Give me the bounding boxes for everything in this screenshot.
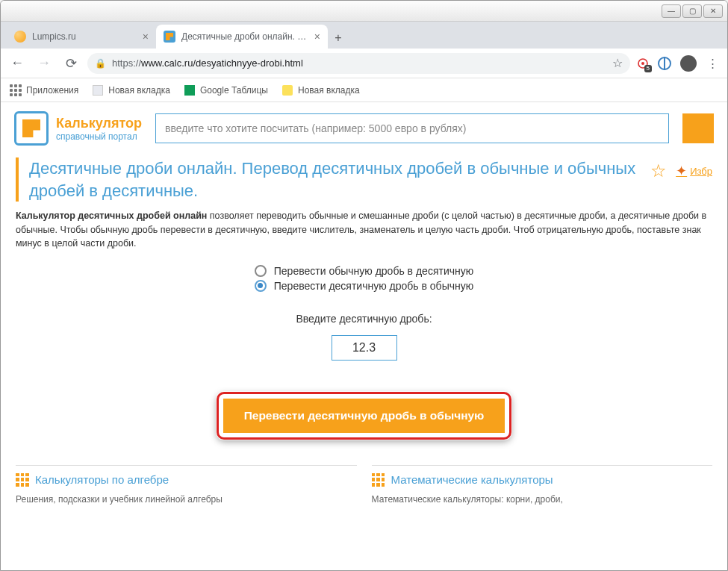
url-text: https://www.calc.ru/desyatichnyye-drobi.… [112,57,303,69]
favorite-link-label: Избр [690,166,712,177]
bookmark-label: Google Таблицы [200,85,268,96]
submit-highlight: Перевести десятичную дробь в обычную [217,392,512,440]
site-search-wrap [155,113,669,143]
decimal-input-label: Введите десятичную дробь: [16,313,712,325]
tab-title: Десятичные дроби онлайн. Пер [181,31,308,42]
menu-icon[interactable]: ⋮ [703,54,721,72]
footer-link-math[interactable]: Математические калькуляторы [372,473,713,487]
radio-icon [255,265,267,277]
toolbar: ← → ⟳ 🔒 https://www.calc.ru/desyatichnyy… [1,49,727,78]
minimize-button[interactable]: — [662,4,681,18]
svg-point-1 [641,62,644,65]
site-header: Калькулятор справочный портал [1,102,727,155]
site-logo[interactable]: Калькулятор справочный портал [14,111,142,146]
radio-label: Перевести обычную дробь в десятичную [274,265,473,277]
footer-col-title: Математические калькуляторы [391,473,553,486]
bookmark-label: Новая вкладка [298,85,360,96]
favorite-link[interactable]: ✦ Избр [676,163,712,179]
new-tab-button[interactable]: + [328,28,349,49]
apps-icon [10,84,22,96]
favorite-star-icon[interactable]: ☆ [650,160,667,181]
lock-icon: 🔒 [95,58,106,69]
decimal-input[interactable] [332,335,397,361]
bookmarks-item[interactable]: Google Таблицы [184,84,268,96]
radio-icon [255,280,267,292]
intro-paragraph: Калькулятор десятичных дробей онлайн поз… [16,209,712,249]
footer-col-sub: Математические калькуляторы: корни, дроб… [372,494,713,505]
favicon-icon [164,31,175,43]
forward-button[interactable]: → [34,53,55,74]
bookmarks-apps[interactable]: Приложения [10,84,78,96]
radio-option-fraction-to-decimal[interactable]: Перевести обычную дробь в десятичную [255,265,473,277]
bookmark-star-icon[interactable]: ☆ [612,56,623,70]
back-button[interactable]: ← [7,53,28,74]
favicon-icon [14,31,26,43]
grid-icon [372,473,385,487]
window-titlebar: — ▢ ✕ [1,1,727,22]
bookmarks-bar: Приложения Новая вкладка Google Таблицы … [1,78,727,102]
sheet-icon [184,84,196,96]
page-title: Десятичные дроби онлайн. Перевод десятич… [16,157,641,202]
tab-title: Lumpics.ru [32,31,137,42]
bookmark-label: Новая вкладка [108,85,170,96]
translate-icon[interactable] [656,54,673,72]
tab-close-icon[interactable]: × [143,31,149,43]
logo-mark-icon [14,111,49,146]
related-links: Калькуляторы по алгебре Решения, подсказ… [1,453,727,505]
tab-strip: Lumpics.ru × Десятичные дроби онлайн. Пе… [1,22,727,49]
site-search-input[interactable] [165,122,659,134]
bookmark-label: Приложения [26,85,78,96]
maximize-button[interactable]: ▢ [682,4,702,18]
browser-tab-2[interactable]: Десятичные дроби онлайн. Пер × [156,25,328,49]
bookmarks-item[interactable]: Новая вкладка [92,84,170,96]
footer-col-title: Калькуляторы по алгебре [35,473,169,486]
footer-col-sub: Решения, подсказки и учебник линейной ал… [16,494,357,505]
close-window-button[interactable]: ✕ [703,4,723,18]
maple-leaf-icon: ✦ [676,163,687,179]
page-viewport: Калькулятор справочный портал Десятичные… [1,102,727,571]
convert-button[interactable]: Перевести десятичную дробь в обычную [223,399,505,433]
reload-button[interactable]: ⟳ [60,53,81,74]
browser-tab-1[interactable]: Lumpics.ru × [7,25,156,49]
site-search-button[interactable] [682,113,714,143]
profile-avatar[interactable] [679,54,697,72]
brand-title: Калькулятор [56,116,142,131]
address-bar[interactable]: 🔒 https://www.calc.ru/desyatichnyye-drob… [87,53,630,74]
radio-option-decimal-to-fraction[interactable]: Перевести десятичную дробь в обычную [255,280,473,292]
doc-icon [92,84,104,96]
tab-close-icon[interactable]: × [314,31,320,43]
ytab-icon [281,84,293,96]
brand-subtitle: справочный портал [56,131,142,142]
grid-icon [16,473,29,487]
extension-badge-count: 5 [644,65,652,72]
radio-label: Перевести десятичную дробь в обычную [274,280,473,292]
window-frame: — ▢ ✕ Lumpics.ru × Десятичные дроби онла… [0,0,728,571]
conversion-form: Перевести обычную дробь в десятичную Пер… [16,262,712,446]
footer-link-algebra[interactable]: Калькуляторы по алгебре [16,473,357,487]
bookmarks-item[interactable]: Новая вкладка [281,84,360,96]
extension-icon[interactable]: 5 [636,57,650,70]
